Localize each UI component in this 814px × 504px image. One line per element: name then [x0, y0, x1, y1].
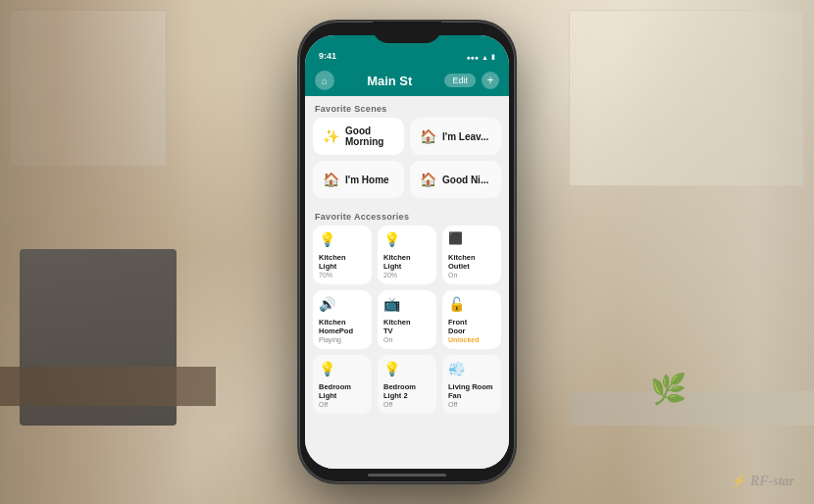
- kitchen-light-1-icon: 💡: [319, 231, 366, 247]
- accessory-kitchen-homepod[interactable]: 🔊 KitchenHomePod Playing: [313, 290, 372, 349]
- nav-bar: ⌂ Main St Edit +: [305, 65, 509, 96]
- good-morning-icon: ✨: [323, 128, 339, 144]
- living-room-fan-name: Living RoomFan: [448, 382, 495, 400]
- battery-icon: ▮: [491, 53, 495, 61]
- watermark-text: ⚡ RF-star: [730, 474, 794, 488]
- im-leaving-icon: 🏠: [420, 128, 436, 144]
- add-button[interactable]: +: [482, 72, 499, 89]
- watermark: ⚡ RF-star: [730, 472, 794, 489]
- home-icon[interactable]: ⌂: [315, 71, 334, 90]
- kitchen-homepod-icon: 🔊: [319, 296, 366, 312]
- im-home-icon: 🏠: [323, 172, 339, 187]
- counter-left: [0, 367, 216, 406]
- bedroom-light-2-status: Off: [383, 401, 431, 408]
- accessory-kitchen-tv[interactable]: 📺 KitchenTV On: [378, 290, 436, 349]
- phone-wrapper: 9:41 ●●● ▲ ▮ ⌂ Main St Edit + Favori: [299, 22, 515, 482]
- scene-im-leaving[interactable]: 🏠 I'm Leav...: [410, 118, 501, 155]
- phone-notch: [373, 22, 441, 43]
- edit-button[interactable]: Edit: [444, 74, 476, 87]
- bg-right: [618, 0, 814, 504]
- scene-good-morning[interactable]: ✨ Good Morning: [313, 118, 404, 155]
- accessories-grid: 💡 KitchenLight 70% 💡 KitchenLight 20%: [305, 226, 509, 422]
- good-morning-label: Good Morning: [345, 126, 396, 147]
- accessory-front-door[interactable]: 🔓 FrontDoor Unlocked: [442, 290, 501, 349]
- living-room-fan-icon: 💨: [448, 361, 495, 377]
- kitchen-light-2-name: KitchenLight: [383, 253, 431, 271]
- accessory-living-room-fan[interactable]: 💨 Living RoomFan Off: [442, 355, 501, 414]
- bedroom-light-icon: 💡: [319, 361, 366, 377]
- phone-screen[interactable]: 9:41 ●●● ▲ ▮ ⌂ Main St Edit + Favori: [305, 35, 509, 469]
- signal-icon: ●●●: [466, 54, 479, 61]
- counter-right: [569, 391, 814, 426]
- phone-device: 9:41 ●●● ▲ ▮ ⌂ Main St Edit + Favori: [299, 22, 515, 482]
- im-home-label: I'm Home: [345, 175, 389, 185]
- nav-actions: Edit +: [444, 72, 499, 89]
- living-room-fan-status: Off: [448, 401, 495, 408]
- bedroom-light-name: BedroomLight: [319, 382, 366, 400]
- accessories-section-label: Favorite Accessories: [305, 204, 509, 226]
- bedroom-light-2-name: BedroomLight 2: [383, 382, 431, 400]
- kitchen-tv-icon: 📺: [383, 296, 431, 312]
- kitchen-tv-name: KitchenTV: [383, 318, 431, 335]
- kitchen-light-1-status: 70%: [319, 272, 366, 278]
- home-indicator[interactable]: [368, 474, 446, 477]
- scenes-grid: ✨ Good Morning 🏠 I'm Leav... 🏠 I'm Home: [305, 118, 509, 204]
- accessory-kitchen-light-1[interactable]: 💡 KitchenLight 70%: [313, 226, 372, 284]
- bedroom-light-2-icon: 💡: [383, 361, 431, 377]
- kitchen-outlet-icon: ⬛: [448, 231, 495, 245]
- kitchen-light-2-status: 20%: [383, 272, 431, 278]
- plant-decoration: 🌿: [650, 372, 687, 406]
- scene-im-home[interactable]: 🏠 I'm Home: [313, 161, 404, 198]
- kitchen-outlet-status: On: [448, 272, 495, 278]
- nav-title: Main St: [367, 74, 412, 88]
- scenes-section-label: Favorite Scenes: [305, 96, 509, 118]
- accessory-kitchen-light-2[interactable]: 💡 KitchenLight 20%: [378, 226, 436, 284]
- kitchen-outlet-name: KitchenOutlet: [448, 253, 495, 271]
- scroll-content[interactable]: Favorite Scenes ✨ Good Morning 🏠 I'm Lea…: [305, 96, 509, 469]
- front-door-status: Unlocked: [448, 336, 495, 343]
- front-door-icon: 🔓: [448, 296, 495, 312]
- kitchen-homepod-status: Playing: [319, 336, 366, 343]
- status-time: 9:41: [319, 51, 336, 61]
- im-leaving-label: I'm Leav...: [442, 131, 488, 142]
- good-night-icon: 🏠: [420, 172, 436, 187]
- kitchen-homepod-name: KitchenHomePod: [319, 318, 366, 335]
- scene-good-night[interactable]: 🏠 Good Ni...: [410, 161, 501, 198]
- accessory-kitchen-outlet[interactable]: ⬛ KitchenOutlet On: [442, 226, 501, 284]
- kitchen-light-1-name: KitchenLight: [319, 253, 366, 271]
- bedroom-light-status: Off: [319, 401, 366, 408]
- accessory-bedroom-light[interactable]: 💡 BedroomLight Off: [313, 355, 372, 414]
- status-icons: ●●● ▲ ▮: [466, 53, 495, 61]
- wifi-icon: ▲: [482, 54, 488, 61]
- kitchen-tv-status: On: [383, 336, 431, 343]
- front-door-name: FrontDoor: [448, 318, 495, 335]
- accessory-bedroom-light-2[interactable]: 💡 BedroomLight 2 Off: [378, 355, 436, 414]
- good-night-label: Good Ni...: [442, 175, 488, 185]
- kitchen-light-2-icon: 💡: [383, 231, 431, 247]
